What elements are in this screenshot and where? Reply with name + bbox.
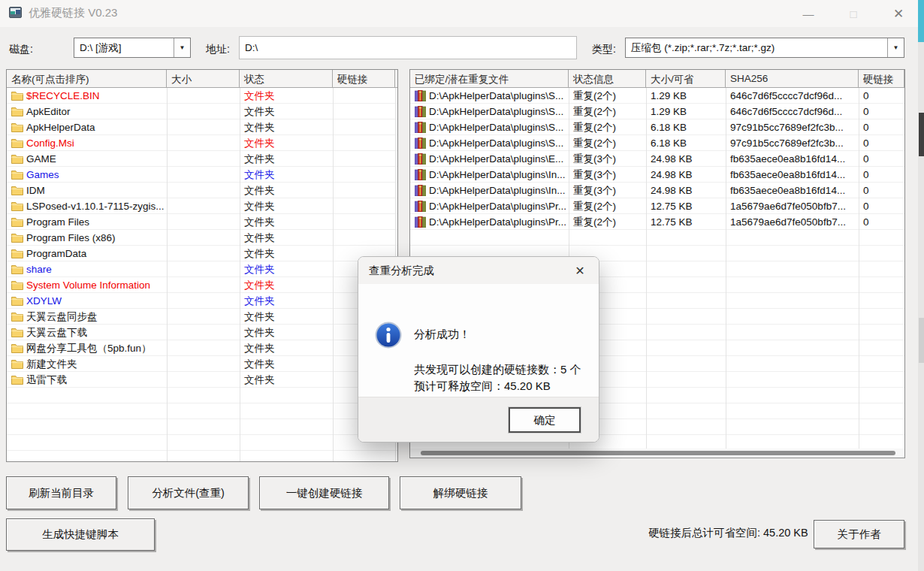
folder-icon	[11, 91, 23, 101]
folder-icon	[11, 264, 23, 274]
table-row[interactable]: D:\ApkHelperData\plugins\Pr... 重复(2个) 12…	[410, 214, 904, 230]
chevron-down-icon: ▼	[180, 44, 186, 51]
window-title: 优雅硬链接 V0.23	[29, 6, 117, 20]
column-header-hardlinks[interactable]: 硬链接	[859, 70, 904, 87]
duplicate-links: 0	[859, 185, 904, 196]
folder-icon	[11, 186, 23, 195]
file-status: 文件夹	[240, 295, 333, 308]
table-row[interactable]: D:\ApkHelperData\plugins\S... 重复(2个) 6.1…	[410, 135, 904, 151]
ok-button[interactable]: 确定	[509, 407, 581, 433]
column-header-size[interactable]: 大小	[167, 70, 240, 87]
duplicate-size: 24.98 KB	[646, 169, 726, 180]
table-row[interactable]: Program Files 文件夹	[7, 214, 397, 230]
disk-select-arrow[interactable]: ▼	[174, 38, 190, 57]
folder-icon	[11, 328, 23, 337]
duplicate-path: D:\ApkHelperData\plugins\S...	[429, 90, 563, 101]
table-row[interactable]: Games 文件夹	[7, 167, 397, 183]
table-row[interactable]: share 文件夹	[7, 261, 397, 277]
table-row[interactable]: D:\ApkHelperData\plugins\E... 重复(3个) 24.…	[410, 151, 904, 167]
table-row[interactable]: 天翼云盘同步盘 文件夹	[7, 309, 397, 325]
horizontal-scrollbar-thumb[interactable]	[421, 451, 895, 455]
duplicate-path: D:\ApkHelperData\plugins\In...	[429, 185, 566, 196]
table-row[interactable]: 迅雷下载 文件夹	[7, 372, 397, 388]
duplicate-path: D:\ApkHelperData\plugins\E...	[429, 153, 563, 165]
table-row[interactable]: GAME 文件夹	[7, 151, 397, 167]
table-row[interactable]: XDYLW 文件夹	[7, 293, 397, 309]
generate-script-button[interactable]: 生成快捷键脚本	[6, 518, 155, 551]
column-header-name[interactable]: 名称(可点击排序)	[7, 70, 167, 87]
create-hardlinks-button[interactable]: 一键创建硬链接	[259, 476, 389, 509]
unbind-hardlinks-button[interactable]: 解绑硬链接	[400, 476, 521, 509]
table-row[interactable]: D:\ApkHelperData\plugins\Pr... 重复(2个) 12…	[410, 198, 904, 214]
folder-name: System Volume Information	[26, 279, 150, 291]
column-header-path[interactable]: 已绑定/潜在重复文件	[410, 70, 569, 87]
table-row[interactable]: D:\ApkHelperData\plugins\S... 重复(2个) 6.1…	[410, 119, 904, 135]
type-select-arrow[interactable]: ▼	[887, 38, 904, 57]
folder-name: Program Files (x86)	[26, 232, 116, 243]
duplicate-size: 12.75 KB	[646, 216, 726, 228]
table-row[interactable]: D:\ApkHelperData\plugins\In... 重复(3个) 24…	[410, 167, 904, 183]
type-select[interactable]: 压缩包 (*.zip;*.rar;*.7z;*.tar;*.gz) ▼	[625, 38, 904, 58]
folder-icon	[11, 154, 23, 164]
table-row[interactable]: Program Files (x86) 文件夹	[7, 230, 397, 246]
column-header-sha256[interactable]: SHA256	[726, 70, 859, 87]
archive-rar-icon	[415, 122, 426, 133]
table-row[interactable]: D:\ApkHelperData\plugins\S... 重复(2个) 1.2…	[410, 88, 904, 104]
table-row[interactable]: 天翼云盘下载 文件夹	[7, 325, 397, 340]
refresh-button[interactable]: 刷新当前目录	[6, 476, 116, 509]
duplicate-path: D:\ApkHelperData\plugins\In...	[429, 169, 566, 180]
duplicate-status: 重复(3个)	[569, 153, 646, 166]
type-label: 类型:	[592, 43, 616, 56]
title-bar: 优雅硬链接 V0.23 — □ ✕	[0, 0, 924, 27]
table-row[interactable]: D:\ApkHelperData\plugins\In... 重复(3个) 24…	[410, 183, 904, 198]
table-row[interactable]: ApkEditor 文件夹	[7, 104, 397, 119]
address-input[interactable]: D:\	[239, 36, 577, 59]
about-author-button[interactable]: 关于作者	[814, 520, 904, 548]
duplicate-status: 重复(2个)	[569, 121, 646, 134]
folder-icon	[11, 296, 23, 306]
folder-icon	[11, 280, 23, 290]
table-row[interactable]: 网盘分享工具包（5pb.fun） 文件夹	[7, 340, 397, 356]
close-button[interactable]: ✕	[881, 3, 916, 24]
duplicate-links: 0	[859, 137, 904, 149]
analysis-complete-dialog: 查重分析完成 ✕ 分析成功！ 共发现可以创建的硬链接数：5 个 预计可释放空间：…	[358, 256, 599, 443]
table-row[interactable]: LSPosed-v1.10.1-7115-zygis... 文件夹	[7, 198, 397, 214]
column-header-status[interactable]: 状态	[240, 70, 333, 87]
folder-icon	[11, 312, 23, 322]
maximize-button[interactable]: □	[836, 3, 871, 24]
minimize-button[interactable]: —	[791, 3, 826, 24]
duplicates-header: 已绑定/潜在重复文件 状态信息 大小/可省 SHA256 硬链接	[410, 70, 904, 88]
duplicate-status: 重复(2个)	[569, 105, 646, 119]
table-row[interactable]: D:\ApkHelperData\plugins\S... 重复(2个) 1.2…	[410, 104, 904, 119]
duplicate-status: 重复(2个)	[569, 137, 646, 150]
analyze-button[interactable]: 分析文件(查重)	[128, 476, 249, 509]
folder-icon	[11, 138, 23, 148]
column-header-statusinfo[interactable]: 状态信息	[569, 70, 646, 87]
folder-icon	[11, 343, 23, 353]
table-row[interactable]: ApkHelperData 文件夹	[7, 119, 397, 135]
info-icon	[375, 322, 402, 349]
local-files-table: 名称(可点击排序) 大小 状态 硬链接 $RECYCLE.BIN 文件夹 Apk…	[6, 69, 398, 462]
file-status: 文件夹	[240, 310, 333, 324]
dialog-close-icon[interactable]: ✕	[572, 264, 588, 278]
table-row[interactable]: IDM 文件夹	[7, 183, 397, 198]
table-row[interactable]: $RECYCLE.BIN 文件夹	[7, 88, 397, 104]
column-header-sizesave[interactable]: 大小/可省	[646, 70, 726, 87]
file-status: 文件夹	[240, 184, 333, 198]
table-row[interactable]: ProgramData 文件夹	[7, 246, 397, 261]
archive-rar-icon	[415, 153, 426, 165]
file-status: 文件夹	[240, 216, 333, 229]
duplicate-links: 0	[859, 122, 904, 133]
file-status: 文件夹	[240, 231, 333, 245]
folder-name: 天翼云盘同步盘	[26, 310, 98, 324]
column-header-links[interactable]: 硬链接	[333, 70, 395, 87]
duplicate-links: 0	[859, 90, 904, 101]
disk-select[interactable]: D:\ [游戏] ▼	[74, 38, 191, 58]
duplicate-size: 6.18 KB	[646, 122, 726, 133]
table-row[interactable]: Config.Msi 文件夹	[7, 135, 397, 151]
table-row[interactable]: 新建文件夹 文件夹	[7, 356, 397, 372]
duplicate-size: 1.29 KB	[646, 90, 726, 101]
duplicate-sha256: 1a5679ae6d7fe050bfb7...	[726, 201, 859, 212]
horizontal-scrollbar[interactable]	[410, 449, 904, 458]
table-row[interactable]: System Volume Information 文件夹	[7, 277, 397, 293]
